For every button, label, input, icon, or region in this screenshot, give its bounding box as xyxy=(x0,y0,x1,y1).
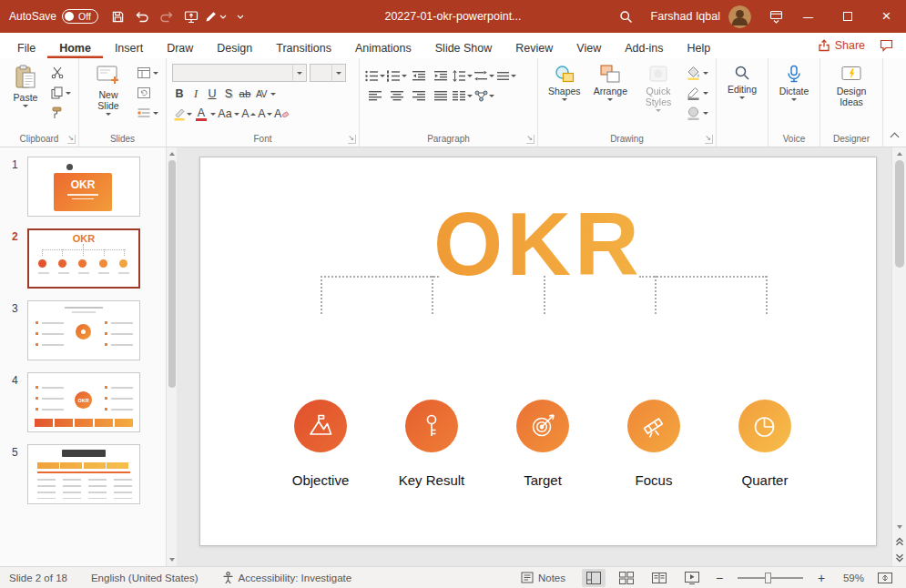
underline-button[interactable]: U xyxy=(205,86,219,102)
align-left-button[interactable] xyxy=(365,87,385,104)
font-color-button[interactable]: A xyxy=(194,106,209,122)
view-reading-button[interactable] xyxy=(647,569,671,587)
scroll-down-button[interactable] xyxy=(892,521,906,533)
present-to-display-button[interactable] xyxy=(179,4,204,29)
line-spacing-button[interactable] xyxy=(453,67,473,84)
grow-font-button[interactable]: A xyxy=(241,106,256,122)
zoom-slider[interactable] xyxy=(738,577,803,579)
character-spacing-dropdown-arrow[interactable] xyxy=(270,93,276,96)
align-center-button[interactable] xyxy=(387,87,407,104)
increase-indent-button[interactable] xyxy=(431,67,451,84)
tab-animations[interactable]: Animations xyxy=(343,33,423,58)
strikethrough-button[interactable]: ab xyxy=(238,86,252,102)
arrange-button[interactable]: Arrange xyxy=(589,62,632,134)
cut-button[interactable] xyxy=(49,65,73,81)
numbering-button[interactable] xyxy=(387,67,407,84)
okr-item-focus[interactable]: Focus xyxy=(610,400,697,488)
align-right-button[interactable] xyxy=(409,87,429,104)
highlight-color-button[interactable] xyxy=(172,106,192,122)
minimize-button[interactable]: ─ xyxy=(789,0,828,33)
comments-button[interactable] xyxy=(880,39,893,52)
search-button[interactable] xyxy=(614,4,638,29)
bold-button[interactable]: B xyxy=(172,86,187,102)
new-slide-button[interactable]: New Slide xyxy=(85,62,132,134)
font-size-dropdown-arrow[interactable] xyxy=(331,65,345,81)
slide-thumbnail-2-selected[interactable]: OKR xyxy=(27,228,140,289)
paste-button[interactable]: Paste xyxy=(5,62,46,134)
tab-insert[interactable]: Insert xyxy=(103,33,155,58)
shape-fill-button[interactable] xyxy=(685,65,710,81)
zoom-slider-thumb[interactable] xyxy=(765,573,771,583)
text-direction-button[interactable] xyxy=(474,67,494,84)
font-name-combobox[interactable] xyxy=(172,64,307,82)
customize-quick-access-button[interactable] xyxy=(229,4,253,29)
collapse-ribbon-button[interactable] xyxy=(891,133,900,142)
tab-transitions[interactable]: Transitions xyxy=(264,33,343,58)
reset-slide-button[interactable] xyxy=(136,85,160,101)
view-slide-sorter-button[interactable] xyxy=(615,569,638,587)
text-shadow-button[interactable]: S xyxy=(221,86,236,102)
tab-add-ins[interactable]: Add-ins xyxy=(613,33,675,58)
decrease-indent-button[interactable] xyxy=(409,67,429,84)
scroll-up-button[interactable] xyxy=(892,147,906,160)
clear-formatting-button[interactable]: A xyxy=(274,106,290,122)
format-painter-button[interactable] xyxy=(49,105,73,121)
copy-button[interactable] xyxy=(49,85,73,101)
shape-effects-button[interactable] xyxy=(685,105,710,121)
quick-styles-button[interactable]: Quick Styles xyxy=(636,62,681,134)
align-text-button[interactable] xyxy=(496,67,516,84)
document-title[interactable]: 20227-01-okr-powerpoint... xyxy=(384,10,521,23)
clipboard-dialog-launcher[interactable]: ↘ xyxy=(67,135,76,144)
language-button[interactable]: English (United States) xyxy=(91,573,199,583)
zoom-in-button[interactable]: + xyxy=(815,571,828,585)
change-case-dropdown-arrow[interactable] xyxy=(234,113,239,116)
panel-scroll-down-button[interactable] xyxy=(167,553,177,566)
okr-item-key-result[interactable]: Key Result xyxy=(388,400,475,488)
avatar[interactable] xyxy=(728,5,751,28)
font-size-combobox[interactable] xyxy=(310,64,346,82)
share-button[interactable]: Share xyxy=(818,39,865,52)
redo-button[interactable] xyxy=(155,4,179,29)
font-color-dropdown-arrow[interactable] xyxy=(210,113,216,116)
shrink-font-button[interactable]: A xyxy=(258,106,272,122)
tab-slide-show[interactable]: Slide Show xyxy=(423,33,504,58)
zoom-out-button[interactable]: − xyxy=(713,571,726,585)
panel-scrollbar-thumb[interactable] xyxy=(168,160,176,388)
draw-pen-button[interactable] xyxy=(204,4,229,29)
slide-thumbnail-4[interactable]: OKR xyxy=(27,372,140,432)
panel-scroll-up-button[interactable] xyxy=(167,147,177,160)
tab-design[interactable]: Design xyxy=(205,33,264,58)
tab-draw[interactable]: Draw xyxy=(155,33,205,58)
slide-canvas[interactable]: OKR Objective Key Result xyxy=(199,157,877,546)
zoom-level-button[interactable]: 59% xyxy=(837,573,864,583)
ribbon-display-options-button[interactable] xyxy=(764,4,789,29)
font-dialog-launcher[interactable]: ↘ xyxy=(348,135,356,144)
design-ideas-button[interactable]: Design Ideas xyxy=(826,62,877,134)
bullets-button[interactable] xyxy=(365,67,385,84)
slide-thumbnail-3[interactable] xyxy=(27,300,140,360)
shapes-button[interactable]: Shapes xyxy=(544,62,585,134)
maximize-button[interactable] xyxy=(828,0,867,33)
tab-review[interactable]: Review xyxy=(504,33,565,58)
previous-slide-button[interactable] xyxy=(892,533,906,550)
paragraph-dialog-launcher[interactable]: ↘ xyxy=(526,135,534,144)
notes-button[interactable]: Notes xyxy=(521,572,565,583)
tab-help[interactable]: Help xyxy=(676,33,723,58)
slide-title[interactable]: OKR xyxy=(200,199,876,289)
user-name[interactable]: Farshad Iqbal xyxy=(651,10,720,23)
change-case-button[interactable]: Aa xyxy=(218,106,232,122)
undo-button[interactable] xyxy=(130,4,155,29)
shape-outline-button[interactable] xyxy=(685,85,710,101)
editing-button[interactable]: Editing xyxy=(722,62,762,144)
italic-button[interactable]: I xyxy=(188,86,203,102)
tab-view[interactable]: View xyxy=(565,33,613,58)
thumbnail-panel-scrollbar[interactable] xyxy=(166,147,177,566)
tab-file[interactable]: File xyxy=(5,33,47,58)
accessibility-button[interactable]: Accessibility: Investigate xyxy=(222,572,352,584)
font-name-dropdown-arrow[interactable] xyxy=(292,65,306,81)
close-button[interactable]: × xyxy=(867,0,906,33)
justify-button[interactable] xyxy=(431,87,451,104)
slide-thumbnail-1[interactable]: OKR xyxy=(27,157,140,217)
slide-layout-button[interactable] xyxy=(136,65,160,81)
columns-button[interactable] xyxy=(453,87,473,104)
